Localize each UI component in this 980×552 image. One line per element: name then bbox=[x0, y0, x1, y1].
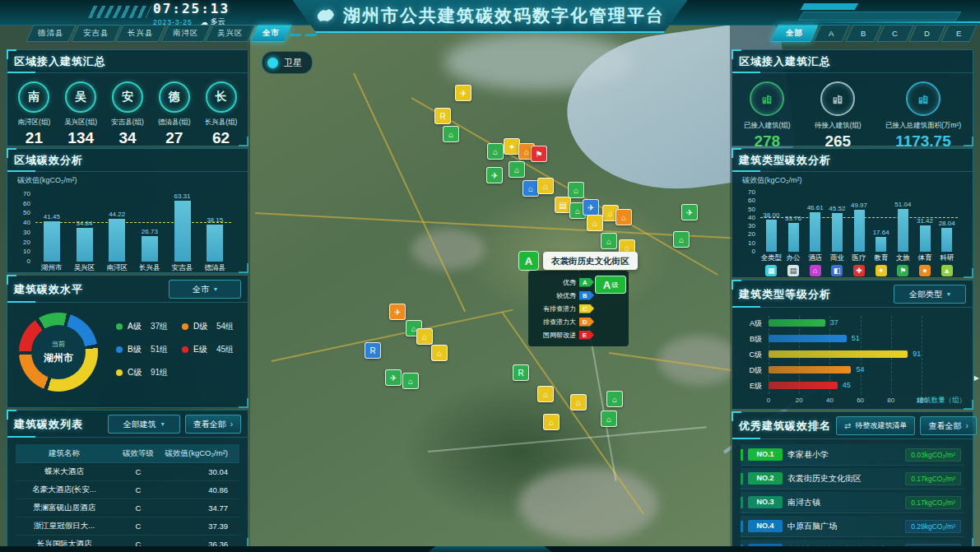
access-stat: 待接入建筑(组)265 bbox=[815, 81, 862, 151]
map-marker[interactable]: ✈ bbox=[583, 199, 599, 216]
region-tab-2[interactable]: 长兴县 bbox=[115, 25, 165, 42]
ranking-row[interactable]: NO.1李家巷小学0.03kgCO₂/m² bbox=[741, 444, 964, 466]
ranking-row[interactable]: NO.4中原百脑广场0.29kgCO₂/m² bbox=[741, 516, 964, 537]
map-marker[interactable]: R bbox=[434, 108, 451, 124]
map-marker[interactable]: ⌂ bbox=[537, 386, 554, 402]
table-row[interactable]: 景澜富砚山居酒店C34.77 bbox=[16, 499, 239, 517]
map-marker[interactable]: ⌂ bbox=[443, 126, 459, 142]
map-marker[interactable]: ▤ bbox=[555, 197, 571, 213]
view-all-button[interactable]: 查看全部› bbox=[185, 415, 241, 434]
map-marker[interactable]: ✦ bbox=[504, 138, 520, 155]
map-marker[interactable]: ⚑ bbox=[531, 146, 547, 162]
legend-count: 51组 bbox=[151, 344, 168, 355]
map-marker[interactable]: ⌂ bbox=[523, 180, 539, 197]
grade-tabs: 全部ABCDE bbox=[774, 25, 973, 42]
map-marker[interactable]: ⌂ bbox=[402, 373, 419, 389]
y-axis-tick: 50 bbox=[14, 209, 30, 216]
dashboard: 07:25:13 2023-3-25 ☁多云 湖州市公共建筑碳效码数字化管理平台… bbox=[0, 0, 980, 552]
x-axis-label: 体育 bbox=[914, 253, 936, 263]
grade-tab-1[interactable]: A bbox=[814, 25, 851, 42]
legend-grade: B级 bbox=[128, 344, 146, 355]
grade-tab-2[interactable]: B bbox=[845, 25, 882, 42]
map-marker[interactable]: ⌂ bbox=[601, 411, 617, 427]
map-marker[interactable]: ⌂ bbox=[537, 178, 554, 194]
app-title-bar: 湖州市公共建筑碳效码数字化管理平台 bbox=[293, 0, 688, 33]
view-all-label: 查看全部 bbox=[193, 419, 226, 430]
x-axis-tick: 20 bbox=[789, 397, 809, 404]
map-marker[interactable]: ⌂ bbox=[487, 143, 504, 160]
bar-value-label: 44.22 bbox=[97, 211, 137, 218]
grade-legend-row: 有排查潜力C bbox=[532, 302, 625, 315]
bar bbox=[769, 382, 838, 389]
map-marker[interactable]: ⌂ bbox=[543, 414, 560, 430]
bar bbox=[875, 237, 886, 252]
map-tooltip[interactable]: A 衣裳街历史文化街区 bbox=[518, 251, 638, 271]
ranking-row[interactable]: NO.3南浔古镇0.17kgCO₂/m² bbox=[741, 492, 964, 513]
type-filter-dropdown[interactable]: 全部类型▾ bbox=[894, 285, 966, 304]
view-all-button[interactable]: 查看全部› bbox=[920, 416, 976, 435]
grade-tab-3[interactable]: C bbox=[876, 25, 913, 42]
map-marker[interactable]: R bbox=[365, 342, 381, 359]
map-marker[interactable]: ⌂ bbox=[587, 215, 603, 231]
y-axis-tick: 70 bbox=[739, 188, 755, 196]
panel-excellent-ranking: 优秀建筑碳效排名 ⇄待整改建筑清单 查看全部› NO.1李家巷小学0.03kgC… bbox=[732, 411, 973, 548]
region-tab-3[interactable]: 南浔区 bbox=[160, 25, 211, 42]
scroll-arrow-icon[interactable]: ▶ bbox=[974, 374, 979, 382]
map-marker[interactable]: ⌂ bbox=[568, 182, 584, 198]
region-tab-5[interactable]: 全市 bbox=[250, 25, 291, 42]
legend-count: 37组 bbox=[151, 321, 168, 332]
table-cell: C bbox=[113, 467, 164, 476]
map-marker[interactable]: ⌂ bbox=[673, 231, 690, 248]
x-axis-label: 吴兴区 bbox=[68, 263, 101, 273]
table-cell: 名豪大酒店(长安... bbox=[16, 485, 113, 495]
bar-value-label: 28.04 bbox=[927, 220, 967, 227]
city-dropdown[interactable]: 全市▾ bbox=[169, 280, 241, 299]
y-axis-tick: 20 bbox=[739, 230, 755, 238]
ranking-row[interactable]: NO.2衣裳街历史文化街区0.17kgCO₂/m² bbox=[741, 468, 964, 489]
office-icon: ▤ bbox=[787, 265, 799, 276]
grade-tab-0[interactable]: 全部 bbox=[771, 25, 819, 42]
grade-tab-5[interactable]: E bbox=[941, 25, 978, 42]
bar bbox=[769, 335, 847, 342]
map-marker[interactable]: ✈ bbox=[455, 85, 471, 101]
rectify-list-button[interactable]: ⇄待整改建筑清单 bbox=[836, 416, 915, 435]
table-cell: C bbox=[113, 522, 164, 531]
legend-dot-icon bbox=[116, 323, 123, 330]
region-tab-4[interactable]: 吴兴区 bbox=[205, 25, 255, 42]
table-row[interactable]: 浙江皇冠假日大...C37.39 bbox=[16, 517, 239, 536]
map-marker[interactable]: ✈ bbox=[486, 167, 503, 183]
toggle-knob-icon bbox=[267, 58, 278, 68]
map-marker[interactable]: ⌂ bbox=[509, 161, 525, 178]
map-marker[interactable]: ⌂ bbox=[570, 394, 587, 411]
dropdown-value: 全部类型 bbox=[909, 289, 942, 300]
region-tab-0[interactable]: 德清县 bbox=[26, 25, 76, 42]
building-table: 建筑名称碳效等级碳效值(kgCO₂/m²)蝶米大酒店C30.04名豪大酒店(长安… bbox=[16, 444, 239, 552]
table-row[interactable]: 名豪大酒店(长安...C40.86 bbox=[16, 481, 239, 499]
table-row[interactable]: 蝶米大酒店C30.04 bbox=[16, 463, 239, 481]
map-marker[interactable]: ⌂ bbox=[431, 345, 448, 361]
grade-legend-label: 较优秀 bbox=[556, 291, 576, 300]
panel-carbon-level: 建筑碳效水平 全市▾ 当前 湖州市 A级37组B级51组C级91组D级54组E级… bbox=[7, 275, 248, 408]
region-tab-1[interactable]: 安吉县 bbox=[71, 25, 121, 42]
map-marker[interactable]: ✈ bbox=[385, 369, 402, 386]
rank-accent bbox=[741, 497, 743, 508]
rank-badge: NO.4 bbox=[748, 520, 783, 532]
grade-tab-4[interactable]: D bbox=[908, 25, 945, 42]
map-marker[interactable]: ✈ bbox=[681, 204, 698, 220]
map-marker[interactable]: ⌂ bbox=[615, 209, 632, 225]
building-filter-dropdown[interactable]: 全部建筑▾ bbox=[108, 415, 180, 434]
map-marker[interactable]: R bbox=[513, 364, 529, 381]
bar bbox=[44, 221, 60, 262]
y-axis-tick: 20 bbox=[14, 239, 30, 246]
map-marker[interactable]: ⌂ bbox=[601, 233, 617, 249]
map-marker[interactable]: ✈ bbox=[389, 304, 406, 320]
satellite-toggle[interactable]: 卫星 bbox=[262, 51, 313, 74]
urban-area bbox=[411, 229, 485, 270]
panel-title: 建筑类型等级分析 bbox=[739, 287, 831, 302]
map-marker[interactable]: ⌂ bbox=[606, 391, 623, 407]
bottom-bar bbox=[0, 546, 980, 552]
x-axis-label: 酒店 bbox=[804, 253, 826, 263]
map-marker[interactable]: ⌂ bbox=[416, 328, 433, 345]
bar-value-label: 33.76 bbox=[773, 215, 813, 222]
table-cell: 景澜富砚山居酒店 bbox=[16, 503, 113, 513]
